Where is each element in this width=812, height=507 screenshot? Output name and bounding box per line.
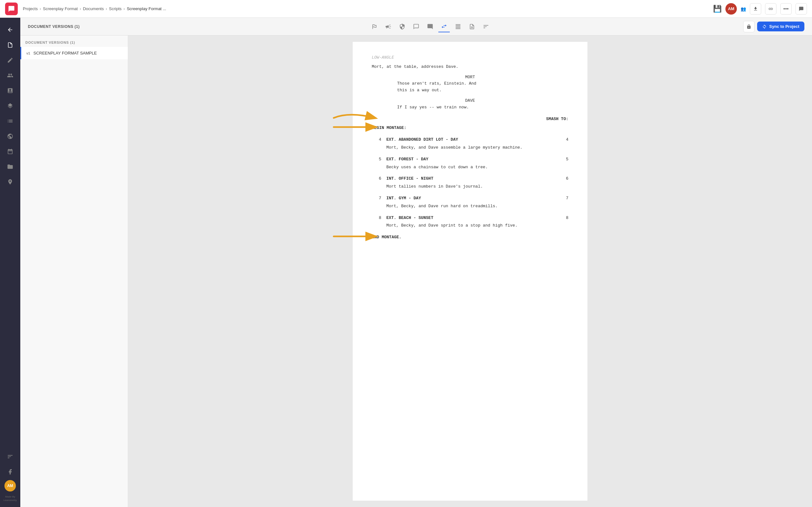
scene-num-4: 4 xyxy=(372,136,381,143)
scene-row-7: 7 INT. GYM - DAY 7 xyxy=(372,195,568,202)
save-icon: 💾 xyxy=(713,5,722,13)
script-action-1: Mort, at the table, addresses Dave. xyxy=(372,64,568,70)
script-area[interactable]: LOW-ANGLE Mort, at the table, addresses … xyxy=(128,36,812,507)
script-direction: LOW-ANGLE xyxy=(372,55,568,61)
more-button[interactable]: ••• xyxy=(780,3,792,14)
scene-num-6: 6 xyxy=(372,176,381,182)
shield-icon xyxy=(399,23,405,30)
sidebar-item-book[interactable] xyxy=(3,465,17,479)
arrows-toolbar-btn[interactable] xyxy=(438,21,450,32)
script-dialogue-mort: Those aren't rats, Einstein. Andthis is … xyxy=(397,80,543,94)
lock-button[interactable] xyxy=(743,21,755,32)
comment-toolbar-btn[interactable] xyxy=(424,21,436,32)
version-item[interactable]: v1 SCREENPLAY FORMAT SAMPLE xyxy=(20,47,128,59)
sidebar-item-board[interactable] xyxy=(3,83,17,98)
scene-heading-8: EXT. BEACH - SUNSET xyxy=(386,215,566,222)
user-avatar-sm[interactable]: AM xyxy=(4,480,16,492)
breadcrumb-documents[interactable]: Documents xyxy=(83,6,104,11)
versions-header: DOCUMENT VERSIONS (1) xyxy=(20,36,128,47)
scene-num-8: 8 xyxy=(372,215,381,222)
left-sidebar: AM Made By Leanometry xyxy=(0,18,20,507)
breadcrumb: Projects › Screenplay Format › Documents… xyxy=(23,6,713,11)
versions-label: DOCUMENT VERSIONS (1) xyxy=(28,24,117,29)
sidebar-item-document[interactable] xyxy=(3,38,17,52)
speech-toolbar-btn[interactable] xyxy=(410,21,422,32)
scene-heading-5: EXT. FOREST - DAY xyxy=(386,156,566,163)
version-title: SCREENPLAY FORMAT SAMPLE xyxy=(33,51,97,55)
script-page: LOW-ANGLE Mort, at the table, addresses … xyxy=(353,42,588,501)
sidebar-item-layers[interactable] xyxy=(3,99,17,113)
sync-icon xyxy=(762,24,767,29)
scene-action-6: Mort tallies numbers in Dave's journal. xyxy=(386,183,568,190)
export-icon xyxy=(753,6,758,11)
sidebar-item-edit[interactable] xyxy=(3,53,17,67)
sync-to-project-button[interactable]: Sync to Project xyxy=(757,21,804,32)
top-nav: Projects › Screenplay Format › Documents… xyxy=(0,0,812,18)
sidebar-item-location[interactable] xyxy=(3,175,17,189)
scene-num-7: 7 xyxy=(372,195,381,202)
arrows-icon xyxy=(441,23,447,30)
mountains-toolbar-btn[interactable] xyxy=(368,21,380,32)
scene-action-5: Becky uses a chainsaw to cut down a tree… xyxy=(386,164,568,171)
logo-icon xyxy=(8,5,15,12)
sidebar-item-settings[interactable] xyxy=(3,450,17,464)
scene-action-8: Mort, Becky, and Dave sprint to a stop a… xyxy=(386,222,568,229)
scene-action-4: Mort, Becky, and Dave assemble a large m… xyxy=(386,145,568,151)
scene-row-6: 6 INT. OFFICE - NIGHT 6 xyxy=(372,176,568,182)
script-montage-start: BEGIN MONTAGE: xyxy=(372,125,568,131)
sidebar-item-calendar[interactable] xyxy=(3,145,17,158)
breadcrumb-projects[interactable]: Projects xyxy=(23,6,38,11)
breadcrumb-scripts[interactable]: Scripts xyxy=(109,6,122,11)
sidebar-item-folder[interactable] xyxy=(3,160,17,174)
script-dialogue-dave: If I say yes -- we train now. xyxy=(397,104,543,111)
script-char-dave: DAVE xyxy=(372,98,568,104)
made-by-label: Made By Leanometry xyxy=(0,495,20,502)
scene-num-right-6: 6 xyxy=(566,176,568,182)
align-toolbar-btn[interactable] xyxy=(452,21,464,32)
scene-num-right-8: 8 xyxy=(566,215,568,222)
megaphone-icon xyxy=(385,23,392,30)
script-char-mort: MORT xyxy=(372,74,568,81)
align-icon xyxy=(455,23,461,30)
comment-nav-button[interactable] xyxy=(796,3,807,14)
export-button[interactable] xyxy=(750,3,761,14)
breadcrumb-screenplay-format[interactable]: Screenplay Format xyxy=(43,6,78,11)
mountains-icon xyxy=(371,23,377,30)
arrow-annotation-2 xyxy=(331,119,378,137)
transition-wrapper: SMASH TO: xyxy=(372,116,568,123)
sidebar-item-users[interactable] xyxy=(3,68,17,82)
user-avatar[interactable]: AM xyxy=(725,3,737,14)
sidebar-item-globe[interactable] xyxy=(3,129,17,143)
sort-toolbar-btn[interactable] xyxy=(480,21,492,32)
arrow-annotation-3 xyxy=(331,228,378,247)
version-badge: v1 xyxy=(26,51,30,55)
scene-heading-6: INT. OFFICE - NIGHT xyxy=(386,176,566,182)
montage-start-wrapper: BEGIN MONTAGE: xyxy=(372,125,568,131)
scene-heading-7: INT. GYM - DAY xyxy=(386,195,566,202)
toolbar-center xyxy=(117,21,743,32)
arrow-svg-2 xyxy=(331,119,378,135)
scene-row-5: 5 EXT. FOREST - DAY 5 xyxy=(372,156,568,163)
script-toolbar-btn[interactable] xyxy=(466,21,478,32)
sidebar-item-list[interactable] xyxy=(3,114,17,128)
app-logo[interactable] xyxy=(5,3,18,15)
shield-toolbar-btn[interactable] xyxy=(397,21,408,32)
sidebar-item-back[interactable] xyxy=(3,23,17,37)
megaphone-toolbar-btn[interactable] xyxy=(383,21,394,32)
scene-heading-4: EXT. ABANDONED DIRT LOT - DAY xyxy=(386,136,566,143)
panel-row: DOCUMENT VERSIONS (1) v1 SCREENPLAY FORM… xyxy=(20,36,812,507)
arrow-svg-1 xyxy=(331,110,378,126)
scene-num-right-5: 5 xyxy=(566,156,568,163)
nav-right: 💾 AM 👥 ••• xyxy=(713,3,807,14)
script-icon xyxy=(469,23,475,30)
content-area: DOCUMENT VERSIONS (1) xyxy=(20,18,812,507)
link-button[interactable] xyxy=(765,3,776,14)
scene-row-4: 4 EXT. ABANDONED DIRT LOT - DAY 4 xyxy=(372,136,568,143)
breadcrumb-current: Screenplay Format ... xyxy=(127,6,166,11)
arrow-svg-3 xyxy=(331,228,378,244)
people-icon: 👥 xyxy=(741,6,746,11)
comment-icon xyxy=(427,23,433,30)
scene-row-8: 8 EXT. BEACH - SUNSET 8 xyxy=(372,215,568,222)
toolbar-right: Sync to Project xyxy=(743,21,804,32)
sidebar-bottom: AM Made By Leanometry xyxy=(0,480,20,502)
